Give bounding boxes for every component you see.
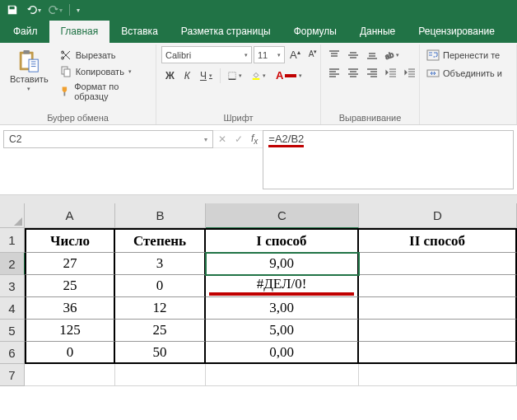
cell-c3[interactable]: #ДЕЛ/0!: [206, 275, 359, 297]
name-box[interactable]: C2 ▾: [3, 130, 213, 148]
group-label-alignment: Выравнивание: [326, 111, 414, 124]
align-bottom-button[interactable]: [364, 48, 380, 63]
cell-c7[interactable]: [206, 364, 359, 386]
increase-indent-button[interactable]: [402, 65, 418, 80]
tab-review[interactable]: Рецензирование: [407, 21, 506, 43]
cell-b4[interactable]: 12: [115, 297, 206, 320]
cell-d3[interactable]: [359, 275, 517, 297]
insert-function-icon[interactable]: fx: [251, 133, 258, 146]
col-header-b[interactable]: B: [115, 203, 206, 228]
bold-button[interactable]: Ж: [161, 68, 179, 84]
cell-b6[interactable]: 50: [115, 342, 206, 364]
paste-button[interactable]: Вставить ▾: [5, 46, 54, 96]
col-header-a[interactable]: A: [25, 203, 115, 228]
font-name-select[interactable]: Calibri▾: [161, 46, 252, 63]
paste-label: Вставить: [10, 74, 49, 84]
align-right-button[interactable]: [364, 65, 380, 80]
ribbon: Вставить ▾ Вырезать Копировать▾ Формат п…: [0, 43, 517, 125]
decrease-indent-button[interactable]: [383, 65, 399, 80]
underline-button[interactable]: Ч▾: [196, 68, 217, 84]
decrease-font-button[interactable]: A▾: [305, 46, 321, 63]
undo-icon[interactable]: ▾: [26, 2, 41, 17]
font-color-button[interactable]: A ▾: [272, 67, 306, 84]
cell-b2[interactable]: 3: [115, 253, 206, 275]
row-header-5[interactable]: 5: [0, 320, 25, 342]
tab-insert[interactable]: Вставка: [109, 21, 170, 43]
col-header-c[interactable]: C: [206, 203, 359, 228]
cell-a4[interactable]: 36: [25, 297, 115, 320]
svg-rect-2: [24, 50, 30, 54]
svg-rect-6: [63, 92, 65, 96]
copy-icon: [59, 65, 72, 78]
border-button[interactable]: ▾: [224, 69, 246, 82]
merge-button[interactable]: Объединить и: [425, 64, 504, 82]
cell-b3[interactable]: 0: [115, 275, 206, 297]
cell-a7[interactable]: [25, 364, 115, 386]
align-middle-button[interactable]: [345, 48, 361, 63]
align-top-button[interactable]: [326, 48, 342, 63]
col-header-d[interactable]: D: [359, 203, 517, 228]
qat-customize-icon[interactable]: ▾: [77, 7, 80, 14]
formula-bar: C2 ▾ ✕ ✓ fx =A2/B2: [0, 125, 517, 195]
cell-b5[interactable]: 25: [115, 320, 206, 342]
row-header-2[interactable]: 2: [0, 253, 25, 275]
cut-button[interactable]: Вырезать: [57, 48, 151, 63]
row-header-1[interactable]: 1: [0, 228, 25, 253]
format-painter-button[interactable]: Формат по образцу: [57, 81, 151, 102]
cell-c2[interactable]: 9,00: [206, 253, 359, 275]
tab-formulas[interactable]: Формулы: [282, 21, 348, 43]
cell-d4[interactable]: [359, 297, 517, 320]
cell-c5[interactable]: 5,00: [206, 320, 359, 342]
cell-a2[interactable]: 27: [25, 253, 115, 275]
select-all-corner[interactable]: [0, 203, 25, 228]
cell-b7[interactable]: [115, 364, 206, 386]
fill-color-button[interactable]: ▾: [248, 69, 270, 82]
row-header-6[interactable]: 6: [0, 342, 25, 364]
cell-b1[interactable]: Степень: [115, 228, 206, 253]
cell-d5[interactable]: [359, 320, 517, 342]
row-header-7[interactable]: 7: [0, 364, 25, 386]
cell-c6[interactable]: 0,00: [206, 342, 359, 364]
scissors-icon: [59, 49, 72, 62]
group-label-clipboard: Буфер обмена: [5, 111, 151, 124]
align-center-button[interactable]: [345, 65, 361, 80]
save-icon[interactable]: [5, 2, 20, 17]
wrap-text-button[interactable]: Перенести те: [425, 46, 501, 64]
group-wrap-merge: Перенести те Объединить и: [420, 44, 517, 124]
cell-a1[interactable]: Число: [25, 228, 115, 253]
wrap-text-icon: [426, 49, 440, 62]
group-font: Calibri▾ 11▾ A▴ A▾ Ж К Ч▾ ▾ ▾ A ▾: [156, 44, 321, 124]
row-header-3[interactable]: 3: [0, 275, 25, 297]
row-header-4[interactable]: 4: [0, 297, 25, 320]
cell-d6[interactable]: [359, 342, 517, 364]
cell-d2[interactable]: [359, 253, 517, 275]
accept-formula-icon[interactable]: ✓: [235, 133, 243, 145]
copy-button[interactable]: Копировать▾: [57, 64, 151, 79]
italic-button[interactable]: К: [180, 68, 194, 84]
group-alignment: ab▾ Выравнивание: [321, 44, 420, 124]
cell-d1[interactable]: II способ: [359, 228, 517, 253]
svg-rect-5: [64, 69, 70, 77]
orientation-button[interactable]: ab▾: [383, 48, 399, 63]
format-painter-label: Формат по образцу: [74, 82, 148, 101]
cell-a3[interactable]: 25: [25, 275, 115, 297]
svg-rect-7: [229, 72, 236, 80]
svg-rect-3: [29, 59, 38, 72]
increase-font-button[interactable]: A▴: [286, 46, 304, 63]
tab-home[interactable]: Главная: [49, 21, 110, 43]
cell-c1[interactable]: I способ: [206, 228, 359, 253]
cell-a6[interactable]: 0: [25, 342, 115, 364]
align-left-button[interactable]: [326, 65, 342, 80]
cut-label: Вырезать: [76, 50, 116, 60]
group-label-font: Шрифт: [161, 111, 315, 124]
cancel-formula-icon[interactable]: ✕: [218, 133, 226, 145]
cell-a5[interactable]: 125: [25, 320, 115, 342]
cell-c4[interactable]: 3,00: [206, 297, 359, 320]
tab-page-layout[interactable]: Разметка страницы: [170, 21, 282, 43]
font-size-select[interactable]: 11▾: [254, 46, 285, 63]
tab-data[interactable]: Данные: [348, 21, 407, 43]
cell-d7[interactable]: [359, 364, 517, 386]
tab-file[interactable]: Файл: [2, 21, 49, 43]
formula-input[interactable]: =A2/B2: [263, 130, 514, 189]
redo-icon[interactable]: ▾: [48, 2, 63, 17]
